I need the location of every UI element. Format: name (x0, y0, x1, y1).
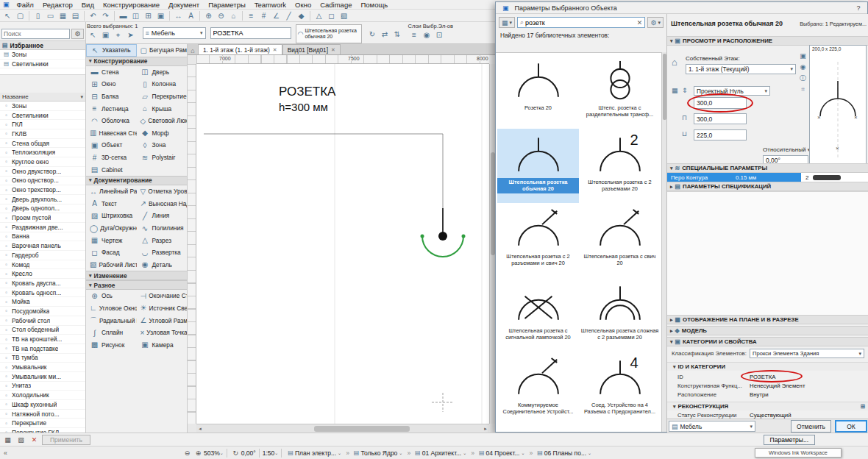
toolbox-section-header[interactable]: ▾Разное (86, 280, 187, 290)
list-item[interactable]: ▫Кровать односп... (0, 288, 85, 298)
tool-item[interactable]: ◇Световой Люк (137, 115, 188, 127)
view-3d-icon[interactable]: ◉ (798, 62, 808, 73)
tool-item[interactable]: ▣Камера (137, 338, 188, 351)
tool-item[interactable]: ⊟Балка (86, 90, 137, 103)
status-view-tab[interactable]: ▤06 Планы по...⌄ (534, 449, 594, 457)
eye-icon[interactable]: ◉ (421, 29, 433, 40)
list-header-row[interactable]: Название ▾ (0, 93, 85, 102)
section-model[interactable]: ▸ ◆ МОДЕЛЬ (667, 326, 868, 335)
menu-item[interactable]: Файл (13, 1, 38, 9)
list-item[interactable]: ▫Кресло (0, 269, 85, 279)
arrow-tool-icon[interactable]: ↖ (87, 29, 99, 40)
tool-item[interactable]: ◯Дуга/Окружно... (86, 222, 137, 235)
collapse-icon[interactable]: « (0, 449, 11, 457)
list-item[interactable]: ▫Раздвижная две... (0, 223, 85, 232)
tool-item[interactable]: ◊Зона (137, 139, 188, 152)
anchor-combo[interactable]: Проектный Нуль ▾ (694, 86, 770, 96)
favorite-folder[interactable]: ▤Светильники (0, 60, 85, 69)
tool-item[interactable]: ↗Выносная Над... (137, 198, 188, 210)
window-icon[interactable]: ⊞ (142, 10, 154, 21)
layers-icon[interactable]: ≡ (245, 10, 257, 21)
tool-item[interactable]: ▥Навесная Стена (86, 127, 137, 140)
library-item[interactable]: Коммутируемое Соединительное Устройст... (497, 352, 579, 426)
favorite-folder[interactable]: ▤Зоны (0, 50, 85, 60)
dialog-title-bar[interactable]: ▣ Параметры Выбранного Объекта ? (496, 2, 867, 14)
tool-item[interactable]: ▤Cabinet (86, 163, 137, 176)
structural-function-value[interactable]: Ненесущий Элемент (750, 382, 805, 389)
section-spec-parameters[interactable]: ▸ ▤ ПАРАМЕТРЫ СПЕЦИФИКАЦИЙ (667, 182, 868, 191)
drawing-area[interactable]: РОЗЕТКА h=300 мм (196, 64, 489, 424)
tool-item[interactable]: ∠Угловой Размер (137, 314, 188, 327)
tool-item[interactable]: ≋Polystair (137, 152, 188, 164)
relative-angle-label[interactable]: Относительный ▾ (763, 146, 810, 153)
view-2d-icon[interactable]: ▣ (798, 51, 808, 62)
classification-combo[interactable]: Прокси Элемента Здания ▾ (750, 349, 864, 358)
rotate-view-icon[interactable]: ↻ (230, 449, 241, 457)
list-item[interactable]: ▫Стол обеденный (0, 326, 85, 335)
status-view-tab[interactable]: ▤План электр...⌄ (285, 449, 344, 457)
help-button[interactable]: ? (853, 4, 864, 12)
status-view-tab[interactable]: ▤Только Ядро⌄ (351, 449, 406, 457)
tool-item[interactable]: AТекст (86, 198, 137, 210)
list-item[interactable]: ▫Холодильник (0, 391, 85, 400)
section-special-parameters[interactable]: ▾ ≋ СПЕЦИАЛЬНЫЕ ПАРАМЕТРЫ (667, 163, 868, 173)
wall-icon[interactable]: ▬ (117, 10, 129, 21)
library-source-button[interactable]: ▦▾ (499, 17, 515, 28)
open-icon[interactable]: ▭ (44, 10, 57, 21)
height-field[interactable]: 300,0 (694, 97, 747, 109)
layer-combo[interactable]: ▤ Мебель ▾ (669, 421, 755, 432)
zoom-level[interactable]: 503% (204, 449, 220, 457)
list-item[interactable]: ▫Окно двухствор... (0, 167, 85, 177)
layout-icon[interactable]: ▧ (338, 10, 350, 21)
own-storey-combo[interactable]: 1. 1-й этаж (Текущий) ▾ (686, 64, 796, 74)
tool-item[interactable]: ▩Рисунок (86, 338, 137, 351)
status-view-tab[interactable]: ▤04 Проект...⌄ (476, 449, 528, 457)
list-item[interactable]: ▫Стена общая (0, 139, 85, 149)
list-item[interactable]: ▫Теплоизоляция (0, 148, 85, 157)
library-search[interactable]: ⌕ ✕ (517, 17, 645, 28)
tool-item[interactable]: ▬Стена (86, 66, 137, 79)
text-icon[interactable]: A (185, 10, 197, 21)
guide-line-icon[interactable]: ╱ (282, 10, 295, 21)
library-item[interactable]: Штепсельная розетка с 2 разъемами и свич… (497, 203, 579, 277)
render-icon[interactable]: ▧ (15, 436, 26, 444)
horizontal-scrollbar[interactable]: ◂ ▸ (196, 424, 489, 433)
section-plan-display[interactable]: ▸ ▦ ОТОБРАЖЕНИЕ НА ПЛАНЕ И В РАЗРЕЗЕ (667, 315, 868, 324)
info-icon[interactable]: ⓘ (798, 73, 808, 84)
list-item[interactable]: ▫Проем пустой (0, 213, 85, 223)
sidebar-search[interactable] (1, 29, 70, 39)
inject-icon[interactable]: ➤ (124, 29, 137, 40)
clear-search-icon[interactable]: ✕ (637, 19, 643, 26)
sidebar-search-input[interactable] (4, 30, 68, 38)
tool-item[interactable]: ×Узловая Точка (137, 327, 188, 339)
tool-item[interactable]: ↔Линейный Раз... (86, 185, 137, 198)
undo-icon[interactable]: ↶ (87, 10, 99, 21)
view-tab[interactable]: Вид01 [Вид01]✕ (282, 44, 341, 54)
menu-item[interactable]: Помощь (356, 1, 392, 9)
list-item[interactable]: ▫Кровать двуспа... (0, 279, 85, 288)
list-item[interactable]: ▫Светильники (0, 111, 85, 121)
library-item[interactable]: Штепсельная розетка обычная 20 (497, 129, 579, 203)
list-item[interactable]: ▫ТВ на кронштей... (0, 335, 85, 344)
tool-item[interactable]: ◡Развертка (137, 246, 188, 259)
fit-view-icon[interactable]: ⌂ (227, 10, 240, 21)
tool-item[interactable]: ▣Объект (86, 139, 137, 152)
list-item[interactable]: ▫Натяжной пото... (0, 410, 85, 419)
close-tab-icon[interactable]: ✕ (273, 47, 277, 53)
tool-item[interactable]: ◉Деталь (137, 259, 188, 271)
toolbox-section-header[interactable]: ▾Изменение (86, 271, 187, 280)
menu-item[interactable]: Документ (164, 1, 204, 9)
library-item[interactable]: 2Штепсельная розетка с 2 разъемами 20 (579, 129, 661, 203)
elevate-icon[interactable]: ⇅ (391, 29, 404, 40)
id-categories-subheader[interactable]: ▾ ID И КАТЕГОРИИ (667, 362, 868, 371)
list-item[interactable]: ▫Круглое окно (0, 157, 85, 167)
elevation-icon[interactable]: ◻ (325, 10, 338, 21)
list-item[interactable]: ▫Окно трехствор... (0, 185, 85, 195)
list-item[interactable]: ▫Окно однствор... (0, 177, 85, 186)
tool-item[interactable]: ☀Источник Света (137, 302, 188, 315)
menu-item[interactable]: Параметры (204, 1, 250, 9)
second-dimension-field[interactable]: 225,0 (694, 129, 747, 140)
menu-item[interactable]: Cadimage (316, 1, 356, 9)
list-item[interactable]: ▫Ванна (0, 232, 85, 242)
list-item[interactable]: ▫Комод (0, 260, 85, 270)
